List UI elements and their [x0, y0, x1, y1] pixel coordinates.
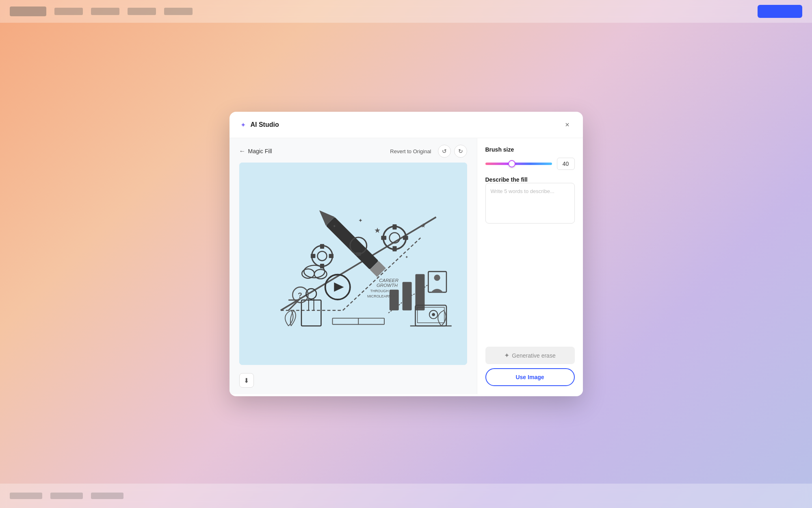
svg-text:★: ★ [374, 226, 380, 234]
use-image-label: Use Image [515, 374, 544, 380]
svg-text:GROWTH: GROWTH [376, 283, 398, 288]
actions-section: ✦ Generative erase Use Image [485, 347, 575, 386]
back-button[interactable]: ← Magic Fill [239, 148, 272, 155]
modal-title: AI Studio [251, 121, 279, 128]
image-canvas[interactable]: ★ ✦ ★ ✦ ✦ CAREER GROWTH THROUGH MICROLEA… [239, 163, 467, 365]
svg-text:✦: ✦ [405, 255, 408, 259]
brush-size-section: Brush size 40 [485, 146, 575, 170]
svg-rect-20 [310, 254, 315, 258]
spacer [485, 232, 575, 340]
svg-text:CAREER: CAREER [379, 278, 398, 283]
svg-text:MICROLEARNING: MICROLEARNING [367, 294, 397, 298]
generative-erase-icon: ✦ [504, 352, 509, 359]
slider-thumb[interactable] [508, 160, 515, 167]
left-panel: ← Magic Fill Revert to Original ↺ ↻ [230, 138, 477, 394]
svg-rect-15 [403, 236, 408, 240]
describe-section: Describe the fill [485, 176, 575, 225]
illustration-svg: ★ ✦ ★ ✦ ✦ CAREER GROWTH THROUGH MICROLEA… [239, 163, 467, 365]
svg-rect-7 [389, 290, 398, 310]
back-arrow-icon: ← [239, 148, 246, 155]
left-toolbar: ← Magic Fill Revert to Original ↺ ↻ [239, 145, 467, 158]
svg-rect-14 [381, 236, 386, 240]
svg-rect-21 [329, 254, 333, 258]
svg-rect-18 [320, 244, 324, 249]
svg-point-51 [434, 275, 440, 281]
svg-text:THROUGH: THROUGH [370, 289, 388, 293]
undo-button[interactable]: ↺ [438, 145, 451, 158]
svg-point-47 [432, 313, 435, 316]
generative-erase-button[interactable]: ✦ Generative erase [485, 347, 575, 364]
ai-studio-icon: ✦ [239, 121, 247, 129]
svg-rect-12 [392, 224, 396, 230]
undo-icon: ↺ [442, 148, 447, 154]
generative-erase-label: Generative erase [512, 352, 555, 359]
svg-text:?: ? [298, 291, 302, 300]
redo-button[interactable]: ↻ [454, 145, 467, 158]
svg-rect-8 [402, 282, 411, 310]
download-icon: ⬇ [244, 377, 249, 384]
svg-text:✦: ✦ [332, 224, 336, 228]
svg-text:★: ★ [420, 222, 426, 229]
modal-header: ✦ AI Studio × [230, 112, 583, 138]
svg-text:✦: ✦ [358, 217, 363, 224]
brush-size-slider[interactable] [485, 163, 552, 165]
svg-rect-13 [392, 246, 396, 252]
revert-button[interactable]: Revert to Original [387, 147, 434, 156]
redo-icon: ↻ [458, 148, 463, 154]
modal-overlay: ✦ AI Studio × ← Magic Fill Revert to Ori… [0, 0, 812, 508]
brush-size-row: 40 [485, 158, 575, 170]
brush-size-label: Brush size [485, 146, 575, 153]
download-button[interactable]: ⬇ [239, 373, 254, 388]
use-image-button[interactable]: Use Image [485, 368, 575, 386]
modal: ✦ AI Studio × ← Magic Fill Revert to Ori… [230, 112, 583, 396]
toolbar-right: Revert to Original ↺ ↻ [387, 145, 467, 158]
right-panel: Brush size 40 Describe the fill [477, 138, 583, 394]
close-button[interactable]: × [562, 119, 573, 130]
describe-textarea[interactable] [485, 183, 575, 224]
back-label: Magic Fill [248, 148, 272, 154]
brush-size-value: 40 [557, 158, 575, 170]
modal-body: ← Magic Fill Revert to Original ↺ ↻ [230, 138, 583, 394]
svg-rect-25 [355, 252, 361, 256]
bottom-toolbar: ⬇ [239, 370, 467, 388]
describe-label: Describe the fill [485, 176, 575, 183]
